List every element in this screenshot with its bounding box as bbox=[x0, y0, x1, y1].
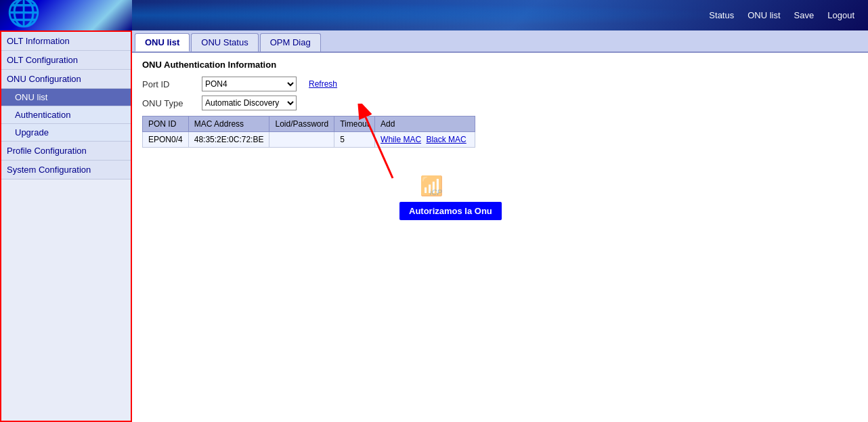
port-id-row: Port ID PON1 PON2 PON3 PON4 PON5 PON6 PO… bbox=[142, 77, 858, 91]
sidebar-item-onu-configuration[interactable]: ONU Configuration bbox=[1, 70, 131, 89]
table-row: EPON0/4 48:35:2E:0C:72:BE 5 While MAC Bl… bbox=[143, 132, 475, 148]
sidebar: OLT Information OLT Configuration ONU Co… bbox=[0, 30, 132, 422]
black-mac-link[interactable]: Black MAC bbox=[426, 135, 466, 144]
cell-loid-password bbox=[269, 132, 334, 148]
nav-status[interactable]: Status bbox=[709, 10, 734, 20]
red-arrow-svg bbox=[339, 104, 420, 185]
authorize-label: Autorizamos la Onu bbox=[399, 202, 502, 220]
sidebar-item-upgrade[interactable]: Upgrade bbox=[1, 124, 131, 142]
port-id-select[interactable]: PON1 PON2 PON3 PON4 PON5 PON6 PON7 PON8 bbox=[202, 77, 297, 91]
sidebar-item-system-configuration[interactable]: System Configuration bbox=[1, 161, 131, 180]
port-id-label: Port ID bbox=[142, 79, 196, 89]
tab-onu-status[interactable]: ONU Status bbox=[191, 33, 258, 51]
tab-onu-list[interactable]: ONU list bbox=[135, 33, 190, 51]
sidebar-item-olt-information[interactable]: OLT Information bbox=[1, 32, 131, 51]
nav-save[interactable]: Save bbox=[794, 10, 815, 20]
col-header-loid-password: Loid/Password bbox=[269, 117, 334, 132]
content-area: ONU Authentication Information Port ID P… bbox=[132, 53, 868, 303]
onu-table: PON ID MAC Address Loid/Password Timeout… bbox=[142, 116, 475, 148]
tab-bar: ONU list ONU Status OPM Diag bbox=[132, 30, 868, 53]
onu-type-select[interactable]: Automatic Discovery Manual bbox=[202, 96, 297, 110]
svg-line-1 bbox=[366, 117, 393, 178]
col-header-pon-id: PON ID bbox=[143, 117, 189, 132]
nav-onu-list[interactable]: ONU list bbox=[747, 10, 780, 20]
header-logo bbox=[0, 0, 132, 30]
sidebar-item-profile-configuration[interactable]: Profile Configuration bbox=[1, 142, 131, 161]
nav-logout[interactable]: Logout bbox=[827, 10, 854, 20]
tab-opm-diag[interactable]: OPM Diag bbox=[260, 33, 321, 51]
main-layout: OLT Information OLT Configuration ONU Co… bbox=[0, 30, 868, 422]
sidebar-item-olt-configuration[interactable]: OLT Configuration bbox=[1, 51, 131, 70]
icp-text: iCP bbox=[430, 188, 442, 196]
onu-type-row: ONU Type Automatic Discovery Manual bbox=[142, 96, 858, 110]
main-content: ONU list ONU Status OPM Diag ONU Authent… bbox=[132, 30, 868, 422]
refresh-button[interactable]: Refresh bbox=[302, 78, 344, 90]
sidebar-item-authentication[interactable]: Authentication bbox=[1, 106, 131, 124]
cell-pon-id: EPON0/4 bbox=[143, 132, 189, 148]
section-title: ONU Authentication Information bbox=[142, 60, 858, 70]
onu-type-label: ONU Type bbox=[142, 98, 196, 108]
annotation-area: 📶 iCP Autorizamos la Onu bbox=[142, 161, 858, 297]
col-header-mac-address: MAC Address bbox=[188, 117, 269, 132]
top-header: Status ONU list Save Logout bbox=[0, 0, 868, 30]
header-nav: Status ONU list Save Logout bbox=[709, 10, 854, 20]
cell-mac-address: 48:35:2E:0C:72:BE bbox=[188, 132, 269, 148]
sidebar-item-onu-list[interactable]: ONU list bbox=[1, 89, 131, 106]
